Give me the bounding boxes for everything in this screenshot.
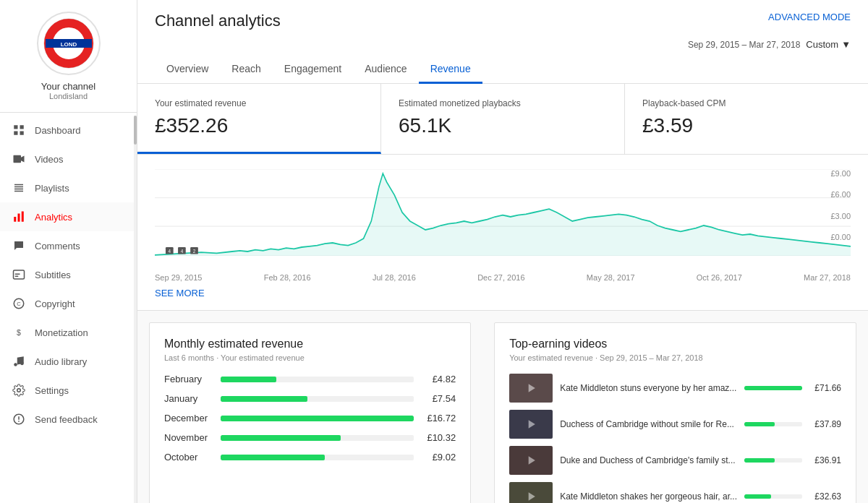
svg-text:$: $ bbox=[17, 328, 21, 337]
video-amount: £37.89 bbox=[809, 419, 841, 429]
top-videos-subtitle: Your estimated revenue · Sep 29, 2015 – … bbox=[509, 353, 841, 362]
sidebar-item-videos[interactable]: Videos bbox=[0, 145, 137, 173]
stats-row: Your estimated revenue £352.26 Estimated… bbox=[137, 84, 868, 155]
video-amount: £32.63 bbox=[809, 491, 841, 502]
revenue-row: December £16.72 bbox=[164, 413, 456, 424]
svg-rect-8 bbox=[14, 155, 22, 163]
svg-rect-4 bbox=[14, 125, 17, 129]
grid-icon bbox=[12, 123, 26, 137]
page-title: Channel analytics bbox=[155, 12, 281, 30]
video-title: Kate Middleton shakes her gorgeous hair,… bbox=[560, 491, 737, 502]
video-amount: £36.91 bbox=[809, 455, 841, 465]
tab-overview[interactable]: Overview bbox=[155, 56, 220, 84]
tab-audience[interactable]: Audience bbox=[353, 56, 418, 84]
video-row: Kate Middleton stuns everyone by her ama… bbox=[509, 374, 841, 403]
sidebar-item-playlists[interactable]: Playlists bbox=[0, 173, 137, 202]
date-dropdown[interactable]: Custom ▼ bbox=[806, 39, 851, 50]
tab-reach[interactable]: Reach bbox=[220, 56, 272, 84]
rev-bar bbox=[221, 377, 276, 382]
video-bar-container bbox=[744, 494, 802, 499]
sidebar-item-dashboard[interactable]: Dashboard bbox=[0, 116, 137, 145]
see-more-button[interactable]: SEE MORE bbox=[155, 288, 205, 298]
main-content: Channel analytics ADVANCED MODE Sep 29, … bbox=[137, 0, 868, 503]
chart-container: £9.00£6.00£3.00£0.00 4 4 2 bbox=[155, 169, 851, 270]
sidebar-item-send-feedback[interactable]: Send feedback bbox=[0, 405, 137, 434]
music-icon bbox=[12, 354, 26, 369]
rev-amount: £10.32 bbox=[420, 432, 456, 443]
channel-avatar: LOND bbox=[37, 12, 101, 75]
revenue-chart: 4 4 2 bbox=[155, 169, 851, 256]
video-rows: Kate Middleton stuns everyone by her ama… bbox=[509, 374, 841, 503]
sidebar-divider bbox=[0, 112, 137, 113]
sidebar-item-label-dashboard: Dashboard bbox=[35, 125, 81, 136]
chart-x-label: Mar 27, 2018 bbox=[804, 273, 851, 282]
advanced-mode-button[interactable]: ADVANCED MODE bbox=[768, 12, 851, 22]
video-bar-container bbox=[744, 386, 802, 390]
date-range-text: Sep 29, 2015 – Mar 27, 2018 bbox=[688, 40, 800, 50]
svg-marker-39 bbox=[529, 456, 535, 465]
thumb-inner bbox=[509, 446, 553, 475]
svg-rect-6 bbox=[14, 132, 17, 135]
stat-card-0: Your estimated revenue £352.26 bbox=[137, 84, 381, 154]
stat-label-0: Your estimated revenue bbox=[155, 98, 363, 108]
video-title: Kate Middleton stuns everyone by her ama… bbox=[560, 383, 737, 393]
rev-bar-container bbox=[221, 377, 414, 382]
comment-icon bbox=[12, 238, 26, 253]
video-row: Duke and Duchess of Cambridge's family s… bbox=[509, 446, 841, 475]
sidebar-item-monetization[interactable]: $ Monetization bbox=[0, 318, 137, 347]
video-icon bbox=[12, 152, 26, 166]
svg-rect-5 bbox=[20, 125, 24, 129]
chart-y-label: £9.00 bbox=[830, 169, 851, 178]
stat-card-1: Estimated monetized playbacks 65.1K bbox=[381, 84, 625, 154]
sidebar-item-subtitles[interactable]: Subtitles bbox=[0, 260, 137, 289]
svg-rect-14 bbox=[14, 217, 16, 222]
video-thumbnail bbox=[509, 374, 553, 403]
thumb-inner bbox=[509, 374, 553, 403]
chart-y-label: £0.00 bbox=[830, 233, 851, 241]
video-amount: £71.66 bbox=[809, 383, 841, 393]
svg-text:4: 4 bbox=[169, 249, 171, 254]
video-bar bbox=[744, 422, 775, 426]
sidebar-item-comments[interactable]: Comments bbox=[0, 231, 137, 260]
video-title: Duchess of Cambridge without smile for R… bbox=[560, 419, 737, 429]
rev-amount: £4.82 bbox=[420, 374, 456, 384]
svg-marker-40 bbox=[529, 492, 535, 501]
sidebar-item-copyright[interactable]: C Copyright bbox=[0, 289, 137, 318]
stat-value-2: £3.59 bbox=[642, 114, 851, 137]
sidebar-item-audio-library[interactable]: Audio library bbox=[0, 347, 137, 376]
video-thumbnail bbox=[509, 410, 553, 439]
sidebar-item-label-settings: Settings bbox=[35, 385, 69, 396]
video-thumbnail bbox=[509, 482, 553, 503]
chart-area: £9.00£6.00£3.00£0.00 4 4 2 Sep 29, 2 bbox=[137, 155, 868, 311]
list-icon bbox=[12, 181, 26, 195]
channel-name: Your channel bbox=[41, 81, 95, 92]
svg-rect-15 bbox=[18, 214, 20, 222]
monthly-revenue-subtitle: Last 6 months · Your estimated revenue bbox=[164, 353, 456, 362]
rev-amount: £7.54 bbox=[420, 393, 456, 404]
tab-revenue[interactable]: Revenue bbox=[419, 56, 482, 84]
dollar-icon: $ bbox=[12, 325, 26, 340]
rev-bar-container bbox=[221, 416, 414, 421]
monthly-revenue-panel: Monthly estimated revenue Last 6 months … bbox=[149, 322, 471, 503]
sidebar-item-analytics[interactable]: Analytics bbox=[0, 202, 137, 231]
rev-bar bbox=[221, 416, 414, 421]
sidebar-item-settings[interactable]: Settings bbox=[0, 376, 137, 405]
gear-icon bbox=[12, 383, 26, 397]
chart-x-label: Jul 28, 2016 bbox=[373, 273, 416, 282]
rev-month-label: February bbox=[164, 374, 215, 384]
rev-bar-container bbox=[221, 455, 414, 460]
rev-month-label: January bbox=[164, 393, 215, 404]
svg-marker-38 bbox=[529, 420, 535, 429]
tab-engagement[interactable]: Engagement bbox=[273, 56, 353, 84]
stat-card-2: Playback-based CPM £3.59 bbox=[625, 84, 868, 154]
chevron-down-icon: ▼ bbox=[841, 39, 851, 50]
svg-point-24 bbox=[14, 363, 17, 366]
channel-subtitle: Londisland bbox=[49, 92, 88, 100]
chart-icon bbox=[12, 210, 26, 224]
rev-bar bbox=[221, 435, 341, 441]
sidebar-item-label-monetization: Monetization bbox=[35, 327, 88, 338]
feedback-icon bbox=[12, 412, 26, 426]
bottom-panels: Monthly estimated revenue Last 6 months … bbox=[137, 311, 868, 503]
rev-month-label: December bbox=[164, 413, 215, 424]
video-bar-container bbox=[744, 422, 802, 426]
